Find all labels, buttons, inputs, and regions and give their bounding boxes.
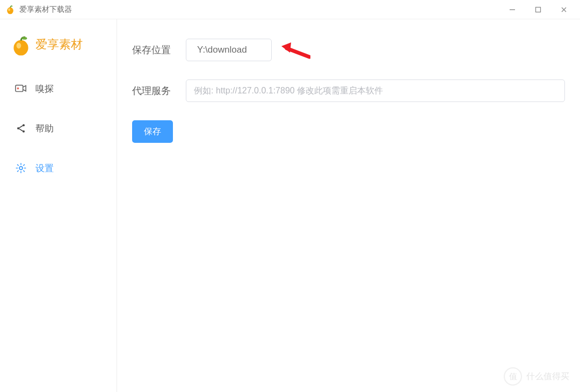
window-titlebar: 爱享素材下载器 [0, 0, 580, 19]
proxy-row: 代理服务 [132, 79, 565, 102]
svg-point-6 [22, 37, 27, 40]
svg-point-8 [17, 88, 19, 90]
svg-point-1 [8, 8, 10, 11]
app-icon [5, 5, 15, 14]
sidebar-item-settings[interactable]: 设置 [0, 151, 117, 185]
save-button[interactable]: 保存 [132, 120, 173, 143]
settings-panel: 保存位置 Y:\download 代理服务 保存 [117, 19, 580, 392]
svg-rect-7 [16, 85, 23, 92]
proxy-label: 代理服务 [132, 84, 176, 97]
svg-point-12 [19, 166, 23, 170]
save-path-row: 保存位置 Y:\download [132, 39, 565, 61]
sidebar-item-label: 帮助 [35, 122, 54, 135]
sidebar-item-help[interactable]: 帮助 [0, 112, 117, 145]
share-icon [15, 122, 27, 134]
window-maximize-button[interactable] [525, 1, 551, 19]
watermark-badge: 值 [504, 367, 522, 386]
save-path-selector[interactable]: Y:\download [186, 39, 272, 61]
gear-icon [15, 162, 27, 174]
brand: 爱享素材 [0, 32, 117, 66]
svg-rect-3 [536, 7, 541, 12]
watermark-text: 什么值得买 [526, 371, 569, 382]
sidebar-item-label: 嗅探 [35, 83, 54, 95]
brand-text: 爱享素材 [35, 37, 83, 53]
brand-icon [12, 35, 30, 54]
sidebar-item-label: 设置 [35, 162, 54, 175]
sidebar-item-sniff[interactable]: 嗅探 [0, 72, 117, 105]
window-close-button[interactable] [551, 1, 577, 19]
window-minimize-button[interactable] [499, 1, 525, 19]
sidebar: 爱享素材 嗅探 帮助 [0, 19, 117, 392]
svg-point-4 [13, 40, 28, 56]
camera-icon [15, 83, 27, 95]
proxy-input[interactable] [186, 79, 565, 102]
save-path-label: 保存位置 [132, 43, 176, 56]
window-title: 爱享素材下载器 [19, 5, 72, 14]
save-path-value: Y:\download [197, 45, 247, 55]
svg-point-2 [11, 5, 13, 6]
svg-point-0 [7, 7, 13, 14]
svg-point-5 [17, 43, 21, 49]
watermark: 值 什么值得买 [504, 367, 569, 386]
